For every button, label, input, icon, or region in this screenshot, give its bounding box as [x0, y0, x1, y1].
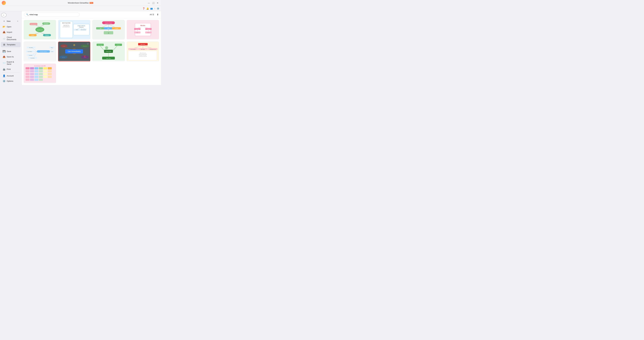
sidebar-item-open[interactable]: 📂 Open [1, 24, 21, 29]
sidebar-item-account[interactable]: 👤 Account [1, 73, 21, 78]
template-card-violence[interactable]: Domestic Violence Physical Abuse Emotion… [24, 42, 56, 62]
community-button[interactable]: 👥 [150, 7, 153, 10]
sidebar-label-import: Import [7, 31, 12, 33]
svg-rect-133 [26, 67, 30, 70]
svg-text:Surrealism: Surrealism [44, 23, 48, 24]
sidebar-item-templates[interactable]: ⊞ Templates [1, 42, 21, 47]
svg-text:Planning: Planning [136, 29, 139, 30]
svg-rect-138 [48, 67, 52, 70]
template-card-wbs[interactable]: Use mind map to create WBS [24, 64, 56, 83]
svg-text:THEME: THEME [76, 30, 78, 30]
svg-rect-142 [39, 70, 43, 72]
maximize-button[interactable]: ⬜ [152, 1, 155, 5]
sidebar-item-new[interactable]: ＋ New ＋ [1, 19, 21, 24]
card-thumb-plants: Healthy Plants Soil Water Sunlight 49 [92, 20, 124, 39]
template-card-modern-art[interactable]: Modern Art Expressionism Surrealism Cubi… [24, 20, 56, 40]
svg-rect-141 [34, 70, 38, 72]
svg-text:A Tiger in The Zoo: A Tiger in The Zoo [78, 25, 85, 26]
svg-text:George Leslie Norris: George Leslie Norris [64, 25, 69, 25]
svg-text:START: START [106, 48, 108, 48]
template-card-earth[interactable]: Protect Earth Save Energy Recycle Plant … [92, 42, 125, 62]
minimize-button[interactable]: — [147, 1, 150, 5]
svg-text:Inside Norris: Inside Norris [79, 27, 84, 28]
svg-text:Budget: Budget [147, 29, 150, 30]
card-info-violence: Domestic and Family Violence Mind Map 👁 … [24, 61, 56, 62]
svg-rect-151 [26, 76, 30, 78]
svg-text:Recycle: Recycle [117, 45, 120, 46]
close-button[interactable]: ✕ [156, 1, 159, 5]
svg-text:Physical Abuse: Physical Abuse [29, 47, 33, 48]
back-button[interactable]: ← [1, 13, 6, 17]
card-info-wbs: Use mind map to create WBS [24, 83, 56, 83]
search-bar[interactable]: 🔍 [24, 13, 80, 17]
svg-text:Soil: Soil [100, 28, 102, 29]
svg-text:The Constitution: The Constitution [130, 49, 136, 50]
template-card-plants[interactable]: Healthy Plants Soil Water Sunlight 49 [92, 20, 125, 40]
sidebar-item-export[interactable]: 📨 Export & Send [1, 60, 21, 66]
svg-text:POETIC DEVICES: POETIC DEVICES [80, 30, 86, 30]
svg-text:Sunlight: Sunlight [115, 28, 118, 29]
sidebar-bottom: 👤 Account ⚙️ Options [0, 72, 22, 84]
svg-rect-149 [43, 73, 47, 75]
svg-rect-150 [48, 73, 52, 75]
sidebar-label-templates: Templates [7, 44, 15, 46]
sidebar-label-export: Export & Send [7, 61, 19, 65]
sidebar-label-open: Open [7, 26, 12, 28]
card-info-earth: How to Protect The Earth Mind Map 👁 540 … [92, 61, 124, 62]
sidebar-item-save[interactable]: 💾 Save [1, 49, 21, 54]
svg-text:Cubism: Cubism [31, 35, 34, 36]
scroll-top-button[interactable]: ⬆ [157, 13, 159, 16]
content-area: 🔍 All ☰ ⬆ Modern Art [22, 11, 161, 85]
svg-text:REAL BILL: REAL BILL [140, 25, 145, 26]
saveas-icon: 📤 [3, 55, 6, 58]
share-button[interactable]: ↑ [154, 7, 155, 10]
sidebar-item-print[interactable]: 🖨️ Print [1, 67, 21, 72]
card-thumb-business: Business Strategy Management Marketing F… [58, 42, 90, 61]
card-thumb-rizal: REAL BILL The Constitution Bill of Right… [127, 42, 159, 61]
titlebar: Wondershare EdrawMax Pro — ⬜ ✕ [0, 0, 161, 6]
user-avatar [2, 1, 6, 5]
svg-rect-156 [48, 76, 52, 78]
svg-rect-137 [43, 67, 47, 70]
svg-text:Save Energy: Save Energy [98, 45, 102, 46]
card-info-planning: Mind Map for Overall Planning 👁 0 ♡ 0 ⎘ … [127, 39, 159, 40]
svg-rect-160 [39, 79, 43, 81]
svg-rect-147 [34, 73, 38, 75]
sidebar-item-cloud[interactable]: ☁️ Cloud Documents [1, 35, 21, 42]
templates-grid: Modern Art Expressionism Surrealism Cubi… [22, 18, 161, 85]
svg-rect-143 [43, 70, 47, 72]
template-card-tiger[interactable]: ABOUT THE AUTHOR: George Leslie Norris (… [58, 20, 90, 40]
svg-rect-158 [30, 79, 34, 81]
pro-badge: Pro [90, 2, 93, 4]
new-icon: ＋ [3, 20, 6, 23]
sidebar-item-options[interactable]: ⚙️ Options [1, 79, 21, 84]
svg-rect-153 [34, 76, 38, 78]
card-thumb-wbs: Use mind map to create WBS [24, 64, 56, 83]
svg-text:ABOUT THE AUTHOR:: ABOUT THE AUTHOR: [62, 23, 70, 24]
notification-button[interactable]: 🔔 [146, 7, 149, 10]
favorite-icon[interactable]: ♡ [87, 43, 89, 45]
help-button[interactable]: ❓ [142, 7, 145, 10]
svg-rect-136 [39, 67, 43, 70]
svg-rect-157 [26, 79, 30, 81]
card-thumb-tiger: ABOUT THE AUTHOR: George Leslie Norris (… [58, 20, 90, 39]
sidebar-item-saveas[interactable]: 📤 Save As [1, 54, 21, 59]
export-icon: 📨 [3, 62, 6, 65]
template-card-planning[interactable]: REAL BILL Planning Budget Goals Finance [127, 20, 159, 40]
app-title: Wondershare EdrawMax Pro [68, 2, 93, 4]
sidebar-item-import[interactable]: 📥 Import [1, 30, 21, 35]
card-info-tiger: A Tiger in the Zoo - Poem Mind Map 👁 4.7… [58, 39, 90, 40]
sidebar-label-options: Options [7, 80, 13, 82]
use-immediately-button[interactable]: Use immediately [65, 49, 83, 54]
search-input[interactable] [30, 14, 78, 16]
template-card-rizal[interactable]: REAL BILL The Constitution Bill of Right… [127, 42, 159, 62]
sidebar-label-cloud: Cloud Documents [7, 36, 19, 41]
sidebar-divider [2, 48, 20, 48]
filter-button[interactable]: All ☰ [150, 14, 154, 16]
template-card-business[interactable]: Business Strategy Management Marketing F… [58, 42, 90, 62]
card-thumb-earth: Protect Earth Save Energy Recycle Plant … [92, 42, 124, 61]
settings-button[interactable]: ⚙️ [157, 7, 159, 10]
svg-text:Water: Water [107, 28, 110, 29]
svg-text:Domestic Violence: Domestic Violence [40, 51, 47, 52]
save-icon: 💾 [3, 50, 6, 53]
